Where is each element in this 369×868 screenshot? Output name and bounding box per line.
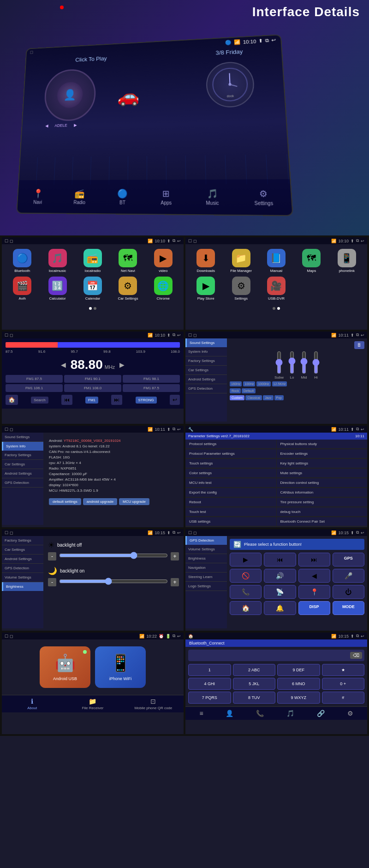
mcu-upgrade-btn[interactable]: MCU upgrade [119,498,149,505]
gps-brightness[interactable]: Brightness [185,554,227,563]
factory-item-debug[interactable]: debug touch [277,507,368,517]
tab-file-receiver[interactable]: 📁 File Receiver [62,695,123,712]
gps-btn-next[interactable]: ⏭ [298,553,330,567]
factory-item-param[interactable]: Protocol Parameter settings [185,449,276,458]
gps-navigation[interactable]: Navigation [185,563,227,573]
gps-btn-mode[interactable]: MODE [333,601,364,615]
sysinfo-android[interactable]: Android Settings [2,469,43,478]
factory-item-usb[interactable]: USB settings [185,517,276,526]
sysinfo-factory[interactable]: Factory Settings [2,451,43,460]
next-btn[interactable]: ⏭ [111,395,122,405]
factory-item-touchtest[interactable]: Touch test [185,507,276,517]
nav-navi[interactable]: 📍 Navi [33,188,43,205]
app-localradio[interactable]: 📻 localradio [77,249,108,273]
factory-item-encoder[interactable]: Encoder settings [277,449,368,458]
factory-item-export[interactable]: Export the config [185,488,276,497]
bt-key-6[interactable]: 6 MNO [277,678,320,690]
factory-item-engineering[interactable]: Engineering test debugging [277,527,368,527]
bt-key-7[interactable]: 7 PQRS [188,692,231,704]
bt-link-icon[interactable]: 🔗 [317,710,325,717]
gps-logo[interactable]: Logo Settings [185,582,227,591]
car-settings-item[interactable]: Car Settings [185,366,227,375]
app-playstore[interactable]: ▶ Play Store [190,277,221,301]
gps-steering[interactable]: Steering Learn [185,573,227,582]
freq-160hz[interactable]: 160Hz [230,381,242,386]
gps-btn-mute[interactable]: 🚫 [230,569,262,583]
prev-btn[interactable]: ⏮ [61,395,72,405]
bt-key-1[interactable]: 1 [188,664,231,676]
bt-phone-icon[interactable]: 📞 [256,710,264,717]
app-filemanager[interactable]: 📁 File Manager [225,249,256,273]
factory-item-btpair[interactable]: Bluetooth Connect Pair Set [277,517,368,526]
sysinfo-gps[interactable]: GPS Detection [2,478,43,488]
preset-2[interactable]: FM1 90.1 [64,375,121,383]
preset-classical[interactable]: Classical [245,395,262,400]
gps-btn-play[interactable]: ▶ [230,553,262,567]
factory-item-keylight[interactable]: Key light settings [277,459,368,468]
brightness-brightness[interactable]: Brightness [2,582,43,591]
gps-btn-signal[interactable]: 📡 [264,585,296,599]
gps-btn-prev[interactable]: ⏮ [264,553,296,567]
gps-btn-vol-up[interactable]: 🔊 [264,569,296,583]
iphone-wifi-option[interactable]: 📱 iPhone WiFi [95,646,146,688]
brightness-android[interactable]: Android Settings [2,555,43,564]
app-phonelink[interactable]: 📱 phonelink [331,249,363,273]
app-manual[interactable]: 📘 Manual [261,249,292,273]
app-bluetooth[interactable]: 🔵 Bluetooth [6,249,38,273]
gps-btn-bell[interactable]: 🔔 [264,601,296,615]
factory-item-mcu[interactable]: MCU info test [185,478,276,488]
subw-slider[interactable] [275,351,283,374]
gps-btn-left[interactable]: ◀ [298,569,330,583]
bt-key-9def[interactable]: 9 DEF [277,664,320,676]
tab-qr-code[interactable]: ⊡ Mobile phone QR code [123,695,184,712]
sysinfo-car[interactable]: Car Settings [2,460,43,469]
sysinfo-sound[interactable]: Sound Settings [2,433,43,442]
preset-3[interactable]: FM1 98.1 [123,375,180,383]
bt-key-9wxyz[interactable]: 9 WXYZ [277,692,320,704]
factory-item-tire[interactable]: Tire pressure setting [277,498,368,507]
gps-btn-gps[interactable]: GPS [333,553,364,567]
bt-key-5[interactable]: 5 JKL [233,678,276,690]
signal-btn[interactable]: STRONG [136,397,157,404]
eq-rock[interactable]: Rock [230,388,241,393]
brightness-car[interactable]: Car Settings [2,545,43,555]
android-usb-option[interactable]: 🤖 Android USB [40,646,90,688]
app-video[interactable]: ▶ video [148,249,179,273]
bt-contacts-icon[interactable]: 👤 [226,710,233,717]
freq-100hz[interactable]: 100Hz [243,381,255,386]
freq-down-btn[interactable]: ◀ [61,361,66,368]
hi-slider[interactable] [312,351,320,374]
app-avih[interactable]: 🎬 Avih [6,277,38,301]
nav-music[interactable]: 🎵 Music [206,188,219,205]
bt-menu-icon[interactable]: ≡ [199,710,203,717]
factory-item-physical[interactable]: Physical buttons study [277,440,368,449]
factory-item-color[interactable]: Color settings [185,469,276,478]
app-calculator[interactable]: 🔢 Calculator [42,277,73,301]
app-carsettings[interactable]: ⚙ Car Settings [112,277,143,301]
android-settings-item[interactable]: Android Settings [185,375,227,384]
sysinfo-system[interactable]: System Info [2,442,43,451]
factory-item-protocol[interactable]: Protocol settings [185,440,276,449]
bt-settings-icon[interactable]: ⚙ [347,710,353,717]
brightness-factory[interactable]: Factory Settings [2,536,43,545]
bt-key-4[interactable]: 4 GHI [188,678,231,690]
app-localmusic[interactable]: 🎵 localmusic [42,249,73,273]
factory-item-power[interactable]: Power amplifier settings [185,527,276,527]
freq-125khz[interactable]: 12.5KHz [272,381,287,386]
backlight-off-minus[interactable]: - [48,552,56,561]
bt-key-star[interactable]: ★ [322,664,365,676]
bt-backspace-btn[interactable]: ⌫ [350,652,362,659]
home-btn[interactable]: 🏠 [6,395,18,405]
app-settings2[interactable]: ⚙ Settings [225,277,256,301]
preset-1[interactable]: FM1 87.5 [6,375,63,383]
bt-key-hash[interactable]: # [322,692,365,704]
gps-btn-phone[interactable]: 📞 [230,585,262,599]
factory-item-reboot[interactable]: Reboot [185,498,276,507]
eq-icon-btn[interactable]: 🎚 [354,341,364,349]
default-btn[interactable]: Default [242,388,256,393]
lo-slider[interactable] [288,351,296,374]
nav-bt[interactable]: 🔵 BT [117,188,128,205]
return-btn[interactable]: ↩ [170,395,180,405]
bt-key-2[interactable]: 2 ABC [233,664,276,676]
app-netnavi[interactable]: 🗺 Net Navi [112,249,143,273]
